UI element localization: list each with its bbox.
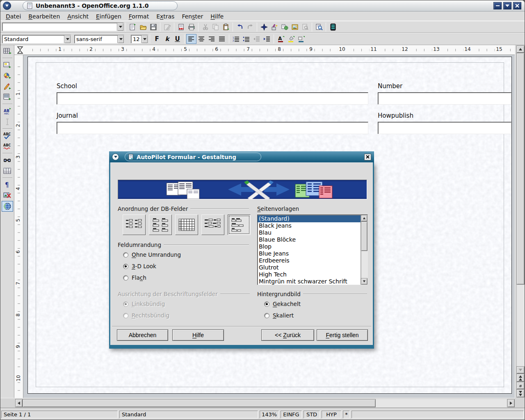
radio-no-border[interactable]: Ohne Umrandung (123, 251, 181, 258)
font-combobox[interactable]: sans-serif (74, 35, 124, 43)
list-item[interactable]: (Standard) (258, 215, 361, 222)
arrangement-in-blocks-labels-above-button[interactable] (228, 215, 251, 235)
highlighting-icon[interactable] (286, 34, 296, 44)
draw-functions-icon[interactable] (2, 81, 13, 92)
navigator-icon[interactable] (259, 22, 269, 32)
new-document-icon[interactable] (128, 22, 138, 32)
align-center-icon[interactable] (196, 34, 207, 44)
status-zoom[interactable]: 143% (260, 411, 279, 418)
open-icon[interactable] (138, 22, 148, 32)
export-pdf-icon[interactable] (176, 22, 186, 32)
field-input-school[interactable] (57, 92, 368, 105)
data-sources-icon[interactable] (328, 22, 338, 32)
stylist-icon[interactable] (269, 22, 279, 32)
fontsize-dropdown-button[interactable] (141, 35, 148, 43)
list-scroll-track[interactable] (361, 221, 368, 278)
graphics-on-off-icon[interactable] (2, 190, 13, 201)
vertical-scroll-track[interactable] (516, 53, 525, 366)
bullet-list-icon[interactable] (241, 34, 251, 44)
window-menu-button[interactable] (3, 2, 11, 10)
arrangement-as-data-sheet-button[interactable] (175, 215, 198, 235)
align-right-icon[interactable] (207, 34, 217, 44)
print-icon[interactable] (186, 22, 196, 32)
list-item[interactable]: Blop (258, 243, 361, 250)
back-button[interactable]: << Zurück (261, 329, 314, 341)
list-item[interactable]: Glutrot (258, 264, 361, 271)
list-item[interactable]: Erdbeereis (258, 257, 361, 264)
next-page-button[interactable] (516, 389, 525, 397)
gallery-icon[interactable] (290, 22, 300, 32)
undo-icon[interactable] (235, 22, 245, 32)
close-button[interactable] (513, 2, 521, 9)
underline-icon[interactable]: U (172, 34, 183, 44)
menu-hilfe[interactable]: Hilfe (207, 13, 227, 20)
hyperlink-icon[interactable] (279, 22, 290, 32)
list-scroll-up-button[interactable] (361, 215, 368, 221)
arrangement-in-blocks-labels-left-button[interactable] (201, 215, 224, 235)
zoom-icon[interactable] (314, 22, 324, 32)
list-item[interactable]: Blue Jeans (258, 250, 361, 257)
scroll-left-button[interactable] (15, 399, 23, 407)
horizontal-scroll-track[interactable] (23, 399, 507, 407)
radio-3d-look[interactable]: 3-D Look (123, 263, 156, 269)
numbered-list-icon[interactable]: 12 (231, 34, 241, 44)
font-color-icon[interactable]: A (276, 34, 286, 44)
insert-fields-icon[interactable]: ABABC (2, 106, 13, 116)
auto-spellcheck-icon[interactable]: ABC (2, 141, 13, 152)
menu-ansicht[interactable]: Ansicht (64, 13, 92, 20)
style-dropdown-button[interactable] (64, 35, 71, 43)
list-scroll-thumb[interactable] (361, 221, 368, 251)
list-item[interactable]: Black Jeans (258, 222, 361, 229)
field-input-journal[interactable] (57, 122, 368, 134)
help-button[interactable]: Hilfe (172, 329, 224, 341)
justify-icon[interactable] (217, 34, 227, 44)
radio-flat[interactable]: Flach (123, 274, 146, 281)
save-icon[interactable] (148, 22, 158, 32)
arrangement-columns-labels-on-top-button[interactable] (149, 215, 172, 235)
menu-einfuegen[interactable]: Einfügen (92, 13, 125, 20)
scroll-right-button[interactable] (507, 399, 515, 407)
dialog-menu-button[interactable] (112, 153, 119, 160)
dialog-close-button[interactable] (364, 154, 371, 160)
radio-scaled[interactable]: Skaliert (264, 312, 294, 319)
insert-table-icon[interactable] (2, 46, 13, 57)
form-functions-icon[interactable] (2, 92, 13, 103)
paragraph-background-icon[interactable] (296, 34, 306, 44)
scroll-up-button[interactable] (516, 46, 525, 53)
list-item[interactable]: Blaue Blöcke (258, 236, 361, 243)
shade-button[interactable] (503, 2, 511, 9)
styles-listbox[interactable]: (Standard) Black Jeans Blau Blaue Blöcke… (257, 215, 368, 285)
insert-frame-icon[interactable] (2, 60, 13, 71)
field-input-howpublish[interactable] (378, 122, 511, 134)
style-combobox[interactable]: Standard (2, 35, 71, 43)
menu-format[interactable]: Format (125, 13, 153, 20)
url-combobox[interactable] (2, 23, 124, 31)
status-hyperlink-mode[interactable]: HYP (322, 411, 341, 418)
align-left-icon[interactable] (186, 34, 196, 44)
list-item[interactable]: Blau (258, 229, 361, 236)
menu-extras[interactable]: Extras (153, 13, 178, 20)
menu-datei[interactable]: Datei (2, 13, 25, 20)
bold-icon[interactable]: F (152, 34, 162, 44)
cancel-button[interactable]: Abbrechen (117, 329, 168, 341)
navigation-button[interactable] (516, 382, 525, 389)
spellcheck-icon[interactable]: ABC (2, 130, 13, 141)
italic-icon[interactable]: k (162, 34, 172, 44)
tab-type-selector-icon[interactable] (17, 46, 24, 54)
url-dropdown-button[interactable] (117, 23, 123, 31)
vertical-scroll-thumb[interactable] (516, 53, 525, 285)
arrangement-columns-labels-left-button[interactable] (123, 215, 146, 235)
data-sources-vertical-icon[interactable] (2, 166, 13, 176)
font-dropdown-button[interactable] (117, 35, 124, 43)
finish-button[interactable]: Fertig stellen (317, 329, 368, 341)
minimize-button[interactable] (493, 2, 502, 9)
status-selection-mode[interactable]: STD (304, 411, 320, 418)
online-layout-icon[interactable] (2, 201, 13, 212)
paste-icon[interactable] (221, 22, 231, 32)
find-replace-icon[interactable] (2, 155, 13, 166)
list-item[interactable]: Mintgrün mit schwarzer Schrift (258, 278, 361, 285)
scroll-down-button[interactable] (516, 366, 525, 374)
insert-object-icon[interactable] (2, 71, 13, 81)
increase-indent-icon[interactable] (262, 34, 272, 44)
status-page-style[interactable]: Standard (119, 411, 258, 418)
